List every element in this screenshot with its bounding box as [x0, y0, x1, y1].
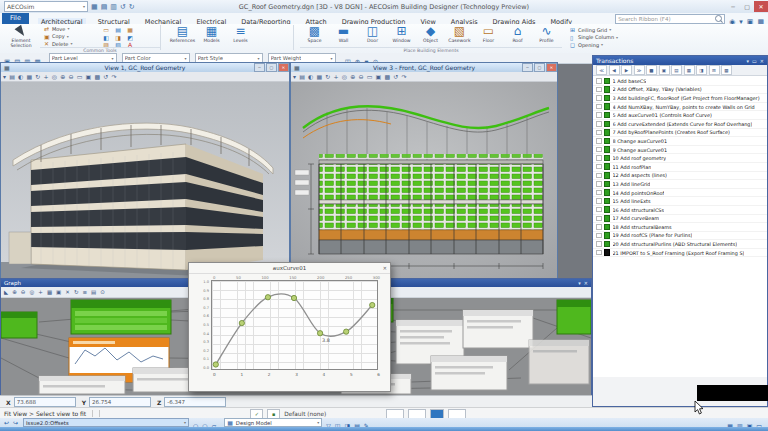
view-previous-icon[interactable]: ↺	[393, 73, 398, 80]
tool-casework[interactable]: ▧Casework	[445, 24, 474, 43]
expander-icon[interactable]	[596, 190, 602, 196]
expander-icon[interactable]	[596, 155, 602, 161]
view-attributes-icon[interactable]: ▤	[299, 73, 305, 80]
view3-title-bar[interactable]: ▦ View 3 - Front, GC_Roof Geometry ─ ▢ ✕	[291, 63, 557, 72]
tool-move[interactable]: ⇄Move▾	[44, 25, 96, 33]
transaction-row[interactable]: 7 Add byRoofPlanePoints (Creates Roof Su…	[593, 129, 767, 138]
expander-icon[interactable]	[596, 173, 602, 179]
tool-roof[interactable]: ⌂Roof	[503, 24, 532, 43]
x-coordinate-field[interactable]	[14, 397, 76, 407]
expander-icon[interactable]	[596, 112, 602, 118]
pin-icon[interactable]: ▭	[752, 58, 757, 64]
tool-references[interactable]: ▤References	[168, 24, 197, 43]
fit-view-icon[interactable]: ◎	[342, 73, 347, 80]
expander-icon[interactable]	[596, 250, 602, 256]
view1-3d-rendering[interactable]	[1, 82, 289, 278]
tool-ceiling-grid[interactable]: ⊞Ceiling Grid▾	[570, 26, 628, 34]
view-attributes-icon[interactable]: ▤	[9, 73, 15, 80]
transaction-row[interactable]: 12 Add aspects (lines)	[593, 172, 767, 181]
view-previous-icon[interactable]: ↺	[103, 73, 108, 80]
expander-icon[interactable]	[596, 104, 602, 110]
tool-models[interactable]: ▦Models	[197, 24, 226, 43]
close-icon[interactable]: ✕	[760, 58, 764, 64]
adjust-colors-icon[interactable]: ▦	[27, 73, 33, 80]
expander-icon[interactable]	[596, 78, 602, 84]
array-icon[interactable]: ▦	[124, 26, 136, 34]
layout-icon[interactable]: ▦	[684, 65, 695, 75]
fence-icon[interactable]: ▭	[100, 26, 112, 34]
transaction-row[interactable]: 8 Change auxCurve01	[593, 137, 767, 146]
zoom-in-icon[interactable]: ⊕	[60, 73, 65, 80]
expander-icon[interactable]	[596, 87, 602, 93]
tool-wall[interactable]: ▬Wall	[329, 24, 358, 43]
dgn-status-icon[interactable]	[430, 409, 444, 419]
tool-door[interactable]: ◫Door	[358, 24, 387, 43]
zoom-out-icon[interactable]: ⊖	[68, 73, 73, 80]
clip-volume-icon[interactable]: ▩	[384, 73, 390, 80]
expander-icon[interactable]	[596, 198, 602, 204]
tool-opening[interactable]: ◻Opening▾	[570, 41, 628, 49]
element-selection-button[interactable]: Element Selection	[3, 25, 39, 51]
view-menu-icon[interactable]: ▦	[4, 64, 10, 71]
panel-menu-icon[interactable]: ▾	[747, 58, 750, 64]
transaction-row[interactable]: 18 Add structuralBeams	[593, 223, 767, 232]
node-types-icon[interactable]: ▤	[91, 289, 96, 295]
expander-icon[interactable]	[596, 224, 602, 230]
law-curve-plot[interactable]: 3.8	[212, 281, 377, 369]
forward-icon[interactable]: ↪	[13, 419, 18, 426]
back-icon[interactable]: ↩	[4, 419, 9, 426]
expander-icon[interactable]	[596, 95, 602, 101]
curve-control-point[interactable]	[344, 329, 349, 334]
transaction-row[interactable]: 14 Add pointsOnRoof	[593, 189, 767, 198]
pan-graph-icon[interactable]: +	[38, 289, 43, 295]
record-icon[interactable]: ▣	[659, 65, 670, 75]
graph-settings-icon[interactable]: ≡	[83, 289, 88, 295]
view-minimize-button[interactable]: ─	[522, 63, 533, 72]
display-style-icon[interactable]: ◐	[308, 73, 313, 80]
clip-volume-icon[interactable]: ▩	[94, 73, 100, 80]
view-menu-icon[interactable]: ▾	[3, 73, 6, 80]
break-icon[interactable]: ◨	[112, 34, 124, 42]
curve-control-point[interactable]	[291, 295, 296, 300]
refresh-graph-icon[interactable]: ↻	[74, 289, 79, 295]
status-extra-icon[interactable]	[448, 409, 466, 419]
tool-single-column[interactable]: ▯Single Column▾	[570, 34, 628, 42]
ribbon-search[interactable]: Search Ribbon (F4)	[615, 14, 725, 24]
transaction-row[interactable]: 2 Add Offset, XBay, YBay (Variables)	[593, 86, 767, 95]
view-close-button[interactable]: ✕	[546, 63, 557, 72]
rotate-view-icon[interactable]: ↻	[35, 73, 40, 80]
transaction-row[interactable]: 15 Add lineExts	[593, 197, 767, 206]
expander-icon[interactable]	[596, 130, 602, 136]
tool-levels[interactable]: ≡Levels	[226, 24, 255, 43]
fence-status-icon[interactable]	[408, 409, 426, 419]
curve-control-point[interactable]	[370, 302, 375, 307]
expander-icon[interactable]	[596, 147, 602, 153]
fit-graph-icon[interactable]: ◎	[29, 289, 34, 295]
script-icon[interactable]: ⊞	[709, 65, 720, 75]
check-icon[interactable]: ✓	[250, 409, 263, 419]
tool-copy[interactable]: ▣Copy▾	[44, 33, 96, 41]
expander-icon[interactable]	[596, 181, 602, 187]
split-icon[interactable]: ◨	[696, 65, 707, 75]
expander-icon[interactable]	[596, 121, 602, 127]
transaction-row[interactable]: 4 Add NumXBay, NumYBay, points to create…	[593, 103, 767, 112]
step-forward-icon[interactable]: ≫	[634, 65, 645, 75]
tool-floor[interactable]: ▭Floor	[474, 24, 503, 43]
transaction-row[interactable]: 17 Add curveBeam	[593, 215, 767, 224]
view-maximize-button[interactable]: ▢	[534, 63, 545, 72]
group-nodes-icon[interactable]: ▣	[56, 289, 61, 295]
curve-control-point[interactable]	[317, 331, 322, 336]
zoom-in-icon[interactable]: ⊕	[12, 289, 17, 295]
view-maximize-button[interactable]: ▢	[266, 63, 277, 72]
zoom-out-icon[interactable]: ⊖	[358, 73, 363, 80]
pan-view-icon[interactable]: +	[44, 73, 49, 80]
close-icon[interactable]: ✕	[383, 265, 390, 271]
transaction-row[interactable]: 6 Add curveExtended (Extends Curve for R…	[593, 120, 767, 129]
snapshot-icon[interactable]: ▤	[671, 65, 682, 75]
rewind-icon[interactable]: ≪	[596, 65, 607, 75]
transaction-row[interactable]: 11 Add roofPlan	[593, 163, 767, 172]
drop-element-icon[interactable]: ▤	[112, 26, 124, 34]
close-icon[interactable]: ✕	[584, 280, 588, 286]
view-next-icon[interactable]: ↷	[111, 73, 116, 80]
rotate-view-icon[interactable]: ↻	[325, 73, 330, 80]
